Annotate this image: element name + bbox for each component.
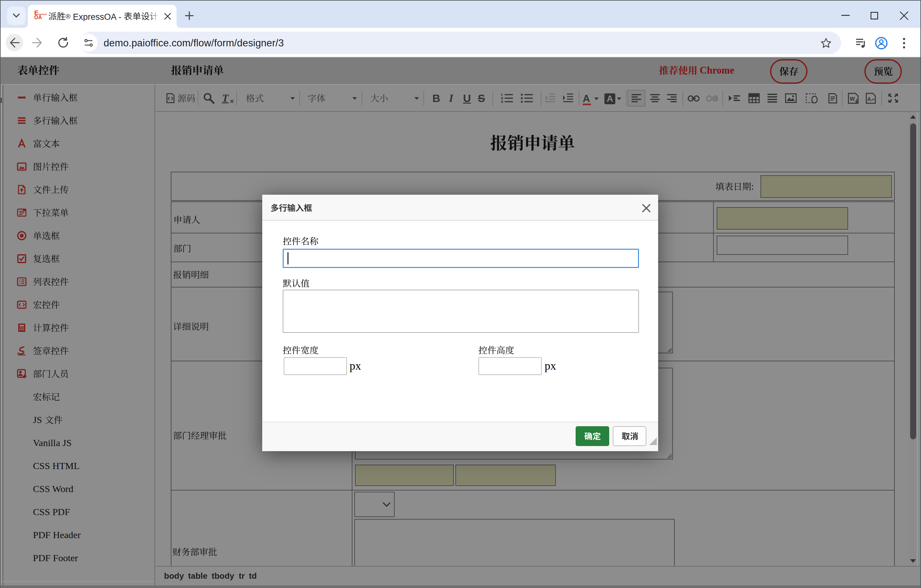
svg-text:A: A xyxy=(867,97,871,102)
svg-text:W: W xyxy=(850,96,855,102)
